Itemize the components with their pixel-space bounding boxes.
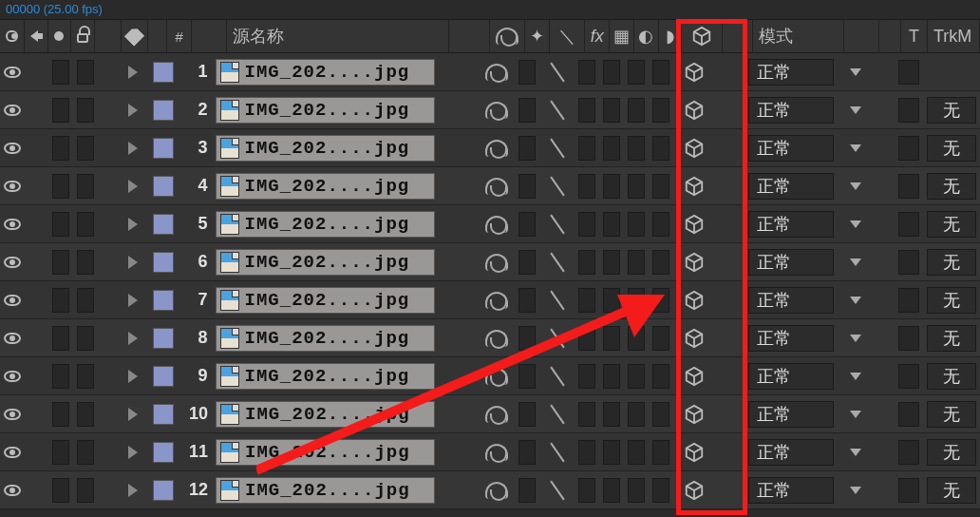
fx-toggle[interactable] [575, 243, 599, 280]
header-audio-icon[interactable] [25, 20, 48, 52]
frame-blend-toggle[interactable] [599, 433, 624, 470]
3d-toggle[interactable] [673, 91, 714, 128]
header-line-icon[interactable]: ＼ [550, 20, 585, 52]
track-matte-dropdown[interactable]: 无 [923, 395, 980, 432]
solo-toggle[interactable] [48, 281, 73, 318]
collapse-toggle[interactable] [515, 357, 539, 394]
audio-toggle[interactable] [25, 319, 48, 356]
audio-toggle[interactable] [25, 243, 48, 280]
blend-mode-caret[interactable] [838, 433, 873, 470]
layer-row[interactable]: 3 IMG_202....jpg 正常 无 [0, 129, 980, 167]
motion-blur-toggle[interactable] [624, 281, 649, 318]
adjustment-toggle[interactable] [649, 357, 673, 394]
preserve-transparency-toggle[interactable] [895, 167, 923, 204]
audio-toggle[interactable] [25, 129, 48, 166]
color-swatch[interactable] [149, 281, 178, 318]
source-name-cell[interactable]: IMG_202....jpg [212, 91, 439, 128]
header-trkmat[interactable]: TrkM [928, 20, 980, 52]
layer-row[interactable]: 8 IMG_202....jpg 正常 无 [0, 319, 980, 357]
solo-toggle[interactable] [48, 53, 73, 90]
frame-blend-toggle[interactable] [599, 319, 624, 356]
layer-row[interactable]: 6 IMG_202....jpg 正常 无 [0, 243, 980, 281]
frame-blend-toggle[interactable] [599, 129, 624, 166]
audio-toggle[interactable] [25, 91, 48, 128]
blend-mode-dropdown[interactable]: 正常 [744, 91, 838, 128]
collapse-toggle[interactable] [515, 319, 539, 356]
visibility-toggle[interactable] [0, 205, 25, 242]
adjustment-toggle[interactable] [649, 53, 673, 90]
visibility-toggle[interactable] [0, 433, 25, 470]
blend-mode-caret[interactable] [838, 205, 873, 242]
audio-toggle[interactable] [25, 167, 48, 204]
motion-blur-toggle[interactable] [624, 91, 649, 128]
blend-mode-caret[interactable] [838, 243, 873, 280]
visibility-toggle[interactable] [0, 167, 25, 204]
blend-mode-caret[interactable] [838, 129, 873, 166]
visibility-toggle[interactable] [0, 357, 25, 394]
expand-arrow[interactable] [124, 205, 149, 242]
track-matte-dropdown[interactable]: 无 [923, 357, 980, 394]
color-swatch[interactable] [149, 433, 178, 470]
lock-toggle[interactable] [73, 281, 98, 318]
header-3d-icon[interactable] [682, 20, 723, 52]
blend-mode-caret[interactable] [838, 471, 873, 508]
3d-toggle[interactable] [673, 53, 714, 90]
color-swatch[interactable] [149, 357, 178, 394]
preserve-transparency-toggle[interactable] [895, 53, 923, 90]
3d-toggle[interactable] [673, 471, 714, 508]
blend-mode-dropdown[interactable]: 正常 [744, 319, 838, 356]
lock-toggle[interactable] [73, 129, 98, 166]
motion-blur-toggle[interactable] [624, 129, 649, 166]
audio-toggle[interactable] [25, 357, 48, 394]
collapse-toggle[interactable] [515, 433, 539, 470]
blend-mode-dropdown[interactable]: 正常 [744, 471, 838, 508]
3d-toggle[interactable] [673, 395, 714, 432]
shy-toggle[interactable] [480, 243, 515, 280]
layer-row[interactable]: 2 IMG_202....jpg 正常 无 [0, 91, 980, 129]
3d-toggle[interactable] [673, 129, 714, 166]
visibility-toggle[interactable] [0, 281, 25, 318]
track-matte-dropdown[interactable]: 无 [923, 129, 980, 166]
layer-row[interactable]: 9 IMG_202....jpg 正常 无 [0, 357, 980, 395]
preserve-transparency-toggle[interactable] [895, 433, 923, 470]
header-fx-icon[interactable]: fx [585, 20, 610, 52]
motion-blur-toggle[interactable] [624, 395, 649, 432]
layer-row[interactable]: 7 IMG_202....jpg 正常 无 [0, 281, 980, 319]
solo-toggle[interactable] [48, 357, 73, 394]
lock-toggle[interactable] [73, 167, 98, 204]
color-swatch[interactable] [149, 243, 178, 280]
header-star-icon[interactable]: ✦ [525, 20, 550, 52]
motion-blur-toggle[interactable] [624, 471, 649, 508]
motion-blur-toggle[interactable] [624, 357, 649, 394]
shy-toggle[interactable] [480, 91, 515, 128]
3d-toggle[interactable] [673, 205, 714, 242]
blend-mode-dropdown[interactable]: 正常 [744, 167, 838, 204]
color-swatch[interactable] [149, 395, 178, 432]
blend-mode-caret[interactable] [838, 53, 873, 90]
3d-toggle[interactable] [673, 167, 714, 204]
source-name-cell[interactable]: IMG_202....jpg [212, 167, 439, 204]
motion-blur-toggle[interactable] [624, 433, 649, 470]
color-swatch[interactable] [149, 471, 178, 508]
motion-blur-toggle[interactable] [624, 53, 649, 90]
expand-arrow[interactable] [124, 319, 149, 356]
visibility-toggle[interactable] [0, 129, 25, 166]
collapse-toggle[interactable] [515, 471, 539, 508]
track-matte-dropdown[interactable]: 无 [923, 91, 980, 128]
fx-toggle[interactable] [575, 205, 599, 242]
expand-arrow[interactable] [124, 129, 149, 166]
frame-blend-toggle[interactable] [599, 357, 624, 394]
solo-toggle[interactable] [48, 91, 73, 128]
shy-toggle[interactable] [480, 471, 515, 508]
shy-toggle[interactable] [480, 357, 515, 394]
header-visibility-icon[interactable] [0, 20, 25, 52]
solo-toggle[interactable] [48, 395, 73, 432]
color-swatch[interactable] [149, 53, 178, 90]
quality-toggle[interactable] [539, 319, 575, 356]
fx-toggle[interactable] [575, 395, 599, 432]
3d-toggle[interactable] [673, 433, 714, 470]
expand-arrow[interactable] [124, 243, 149, 280]
track-matte-dropdown[interactable]: 无 [923, 205, 980, 242]
preserve-transparency-toggle[interactable] [895, 471, 923, 508]
color-swatch[interactable] [149, 167, 178, 204]
